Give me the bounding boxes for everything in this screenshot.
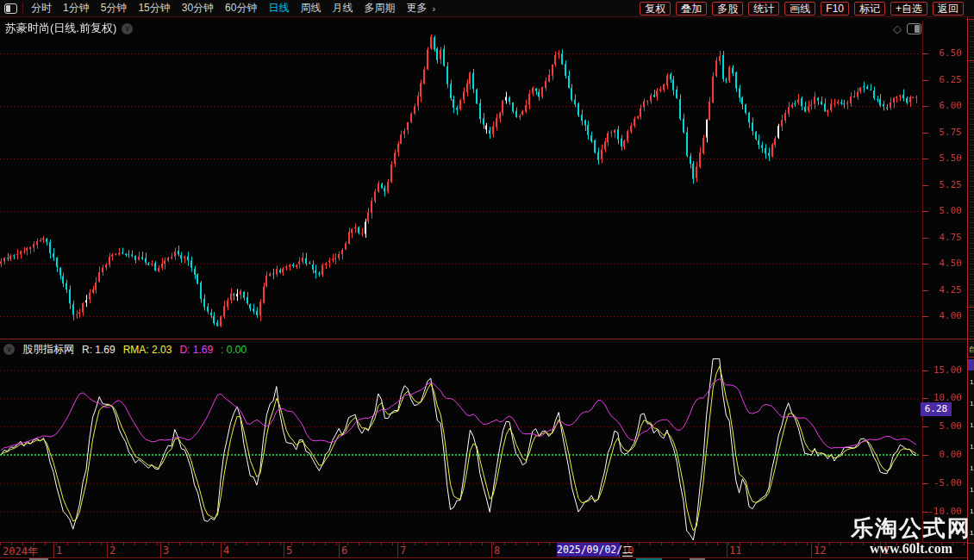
toolbar-button-8[interactable]: +自选: [890, 2, 927, 16]
watermark: 乐淘公式网 www.60lt.com: [851, 517, 971, 556]
month-separator: [221, 543, 222, 557]
price-axis-label: 5.25: [926, 179, 962, 190]
price-axis-label: 5.50: [926, 152, 962, 164]
period-tab-1[interactable]: 分时: [31, 1, 52, 16]
indicator-axis-label: 15.00: [926, 364, 962, 376]
toolbar-button-6[interactable]: F10: [821, 2, 849, 16]
toolbar-button-2[interactable]: 叠加: [676, 2, 707, 16]
month-separator: [160, 543, 161, 557]
strip-item: 自: [969, 346, 974, 353]
month-label: 5: [286, 544, 292, 557]
price-axis-label: 4.50: [926, 258, 962, 269]
indicator-token-2: RMA: 2.03: [123, 344, 172, 356]
chevron-right-icon: ›: [432, 3, 435, 14]
toolbar-button-5[interactable]: 画线: [784, 2, 815, 16]
strip-divider: [968, 19, 974, 20]
price-axis-label: 5.00: [926, 205, 962, 216]
panel-toggle-icon[interactable]: [907, 23, 921, 34]
month-label: 4: [223, 544, 229, 557]
indicator-values: R: 1.69RMA: 2.03D: 1.69: 0.00: [82, 344, 247, 356]
toolbar-button-7[interactable]: 标记: [854, 2, 885, 16]
cursor-date-badge: 2025/09/02/二: [557, 543, 620, 557]
month-separator: [727, 543, 727, 557]
month-label: 8: [494, 544, 500, 557]
strip-divider: [968, 339, 974, 339]
month-label: 3: [163, 544, 169, 557]
panel-separator: [0, 339, 967, 339]
top-toolbar: 分时1分钟5分钟15分钟30分钟60分钟日线周线月线多周期 更多 › 复权叠加多…: [0, 0, 974, 17]
strip-item: 1: [969, 379, 974, 386]
strip-divider: [968, 357, 974, 358]
period-tab-7[interactable]: 日线: [268, 1, 289, 16]
strip-item: 1: [969, 508, 974, 515]
period-tab-2[interactable]: 1分钟: [63, 1, 90, 16]
chevron-down-icon[interactable]: ∨: [122, 23, 133, 34]
page-title: 苏豪时尚(日线.前复权): [5, 21, 116, 36]
price-axis-label: 6.00: [926, 100, 962, 111]
toolbar-divider: [22, 2, 23, 15]
period-tab-5[interactable]: 30分钟: [182, 1, 214, 16]
indicator-token-4: : 0.00: [221, 344, 247, 356]
strip-item: 1: [969, 487, 974, 494]
price-axis-label: 4.25: [926, 284, 962, 296]
strip-item: 1: [969, 465, 974, 472]
watermark-title: 乐淘公式网: [851, 517, 971, 541]
price-axis-label: 6.50: [926, 47, 962, 59]
month-label: 2024年: [3, 544, 38, 559]
indicator-chart-canvas[interactable]: [0, 358, 931, 543]
chart-title-row: 苏豪时尚(日线.前复权) ∨: [5, 21, 133, 36]
price-axis-label: 4.00: [926, 310, 962, 321]
month-label: 1: [56, 544, 62, 557]
strip-divider: [968, 307, 974, 308]
price-axis-label: 4.75: [926, 232, 962, 243]
window-layout-icon[interactable]: [4, 3, 17, 14]
indicator-header: ∨ 股朋指标网 R: 1.69RMA: 2.03D: 1.69: 0.00: [3, 342, 247, 357]
price-axis-label: 6.25: [926, 74, 962, 85]
indicator-name[interactable]: 股朋指标网: [22, 342, 74, 357]
month-separator: [53, 543, 54, 557]
collapsed-side-panel[interactable]: 自11111111: [967, 0, 974, 560]
month-separator: [397, 543, 398, 557]
month-separator: [811, 543, 812, 557]
strip-item: 1: [969, 401, 974, 408]
strip-divider: [968, 60, 974, 61]
indicator-axis-label: -5.00: [926, 477, 962, 488]
toolbar-buttons: 复权叠加多股统计画线F10标记+自选返回: [640, 2, 964, 16]
period-tab-9[interactable]: 月线: [332, 1, 353, 16]
month-separator: [284, 543, 284, 557]
period-tab-8[interactable]: 周线: [300, 1, 321, 16]
month-separator: [107, 543, 108, 557]
candlestick-chart-canvas[interactable]: [0, 21, 931, 339]
month-label: 12: [814, 544, 826, 557]
indicator-value-badge: 6.28: [921, 402, 952, 416]
indicator-axis-label: 0.00: [926, 449, 962, 460]
toolbar-button-3[interactable]: 多股: [712, 2, 743, 16]
period-tab-10[interactable]: 多周期: [364, 1, 395, 16]
strip-item: 1: [969, 444, 974, 451]
diamond-icon[interactable]: ◇: [893, 22, 902, 35]
price-axis-label: 5.75: [926, 127, 962, 138]
month-separator: [491, 543, 492, 557]
chevron-down-icon[interactable]: ∨: [3, 344, 15, 355]
indicator-token-1: R: 1.69: [82, 344, 116, 356]
indicator-token-3: D: 1.69: [179, 344, 213, 356]
month-label: 2: [109, 544, 116, 557]
toolbar-button-9[interactable]: 返回: [933, 2, 964, 16]
toolbar-button-4[interactable]: 统计: [748, 2, 779, 16]
time-axis[interactable]: 2024年123456781011121: [0, 543, 967, 558]
strip-item: 1: [969, 422, 974, 429]
month-label: 7: [400, 544, 406, 557]
watermark-url: www.60lt.com: [851, 541, 971, 556]
strip-highlight: [968, 359, 974, 370]
indicator-axis-label: -10.00: [926, 506, 962, 517]
tab-more[interactable]: 更多: [406, 1, 427, 16]
period-tabs: 分时1分钟5分钟15分钟30分钟60分钟日线周线月线多周期: [31, 1, 406, 16]
period-tab-4[interactable]: 15分钟: [138, 1, 170, 16]
month-separator: [339, 543, 340, 557]
month-label: 11: [729, 544, 741, 557]
month-label: 6: [341, 544, 347, 557]
indicator-axis-label: 5.00: [926, 420, 962, 432]
toolbar-button-1[interactable]: 复权: [640, 2, 671, 16]
period-tab-3[interactable]: 5分钟: [101, 1, 128, 16]
period-tab-6[interactable]: 60分钟: [225, 1, 257, 16]
